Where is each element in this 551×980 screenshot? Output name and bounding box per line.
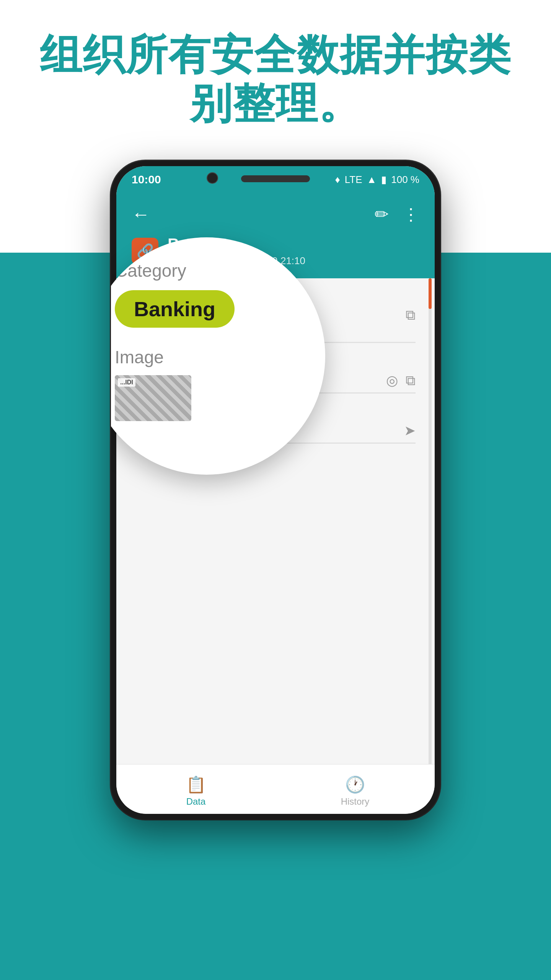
status-icons: ♦ LTE ▲ ▮ 100 % <box>335 174 419 186</box>
toolbar-action-icons: ✏ ⋮ <box>375 204 419 224</box>
battery-level: 100 % <box>391 174 419 186</box>
nav-item-data[interactable]: 📋 Data <box>116 771 276 807</box>
scrollbar[interactable] <box>429 278 432 814</box>
top-section: 组织所有安全数据并按类别整理。 <box>0 0 551 143</box>
scrollbar-thumb <box>429 278 432 309</box>
copy-password-icon[interactable]: ⧉ <box>406 372 416 389</box>
magnify-image-inner: ...IDI <box>115 375 191 421</box>
open-website-icon[interactable]: ➤ <box>404 423 416 439</box>
phone-speaker <box>241 175 310 182</box>
image-field-actions: ⧉ <box>406 307 416 323</box>
headline: 组织所有安全数据并按类别整理。 <box>23 31 528 127</box>
magnify-category-label: Category <box>115 260 298 281</box>
magnify-image-label: Image <box>115 347 298 368</box>
visibility-toggle-icon[interactable]: ◎ <box>386 372 398 389</box>
wifi-icon: ♦ <box>335 174 340 186</box>
battery-icon: ▮ <box>381 174 386 186</box>
magnify-category-value: Banking <box>115 290 235 328</box>
more-button[interactable]: ⋮ <box>403 204 419 224</box>
website-field-actions: ➤ <box>404 423 416 439</box>
signal-icon: ▲ <box>367 174 377 186</box>
nav-item-history[interactable]: 🕐 History <box>276 771 435 807</box>
magnify-image-text: ...IDI <box>118 378 135 387</box>
data-nav-icon: 📋 <box>186 775 206 794</box>
copy-image-icon[interactable]: ⧉ <box>406 307 416 323</box>
phone-shell: 10:00 ♦ LTE ▲ ▮ 100 % ← ✏ ⋮ <box>111 161 440 819</box>
app-toolbar: ← ✏ ⋮ <box>116 193 435 235</box>
history-nav-icon: 🕐 <box>345 775 365 794</box>
phone-camera <box>207 172 218 184</box>
back-button[interactable]: ← <box>132 204 150 225</box>
status-time: 10:00 <box>132 173 161 186</box>
history-nav-label: History <box>341 796 370 807</box>
password-field-actions: ◎ ⧉ <box>386 372 416 389</box>
data-nav-label: Data <box>186 796 206 807</box>
bottom-navigation: 📋 Data 🕐 History <box>116 764 435 814</box>
edit-button[interactable]: ✏ <box>375 204 389 224</box>
lte-label: LTE <box>345 174 362 186</box>
magnify-image-thumb: ...IDI <box>115 375 191 421</box>
phone-mockup: 10:00 ♦ LTE ▲ ▮ 100 % ← ✏ ⋮ <box>111 161 440 819</box>
